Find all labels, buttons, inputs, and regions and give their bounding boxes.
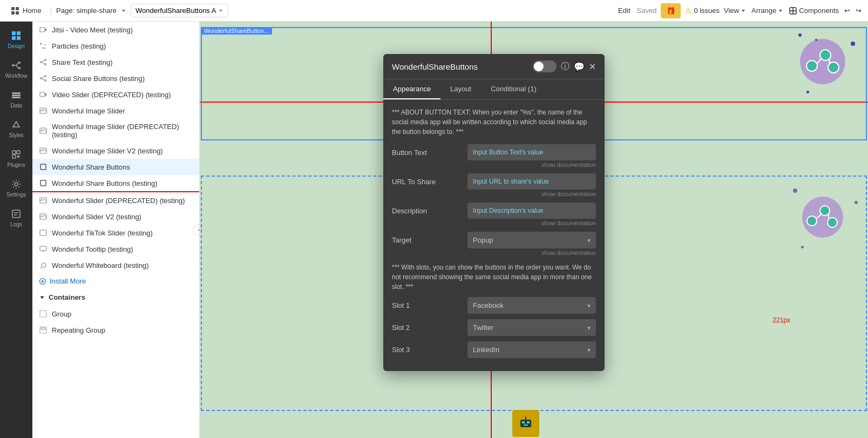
svg-point-58 [807,216,817,226]
svg-rect-39 [40,180,46,186]
canvas-area[interactable]: WonderfulShareButton... [200,22,868,438]
design-icon [11,30,22,41]
target-field: Target Popup Blank Self ▼ show document [392,232,596,256]
plugin-item-label: Video Slider (DEPRECATED) (testing) [52,91,171,99]
undo-button[interactable]: ↩ [844,6,850,15]
plugin-item-label: Wonderful Whiteboard (testing) [52,261,149,269]
image3-icon [39,146,48,155]
view-label: View [724,6,739,15]
chevron-down-icon3 [741,8,746,14]
whiteboard-icon [39,261,48,269]
list-item[interactable]: Wonderful Slider V2 (testing) [32,208,199,225]
url-to-share-label: URL To Share [392,173,462,186]
tab-layout[interactable]: Layout [440,79,481,99]
target-show-doc[interactable]: show documentation [467,250,596,256]
share-icon-group-1 [796,36,850,89]
list-item[interactable]: Wonderful Image Slider V2 (testing) [32,143,199,159]
tab-appearance[interactable]: Appearance [383,79,440,99]
info-icon-button[interactable]: ⓘ [561,61,569,72]
home-button[interactable]: Home [6,4,46,17]
redo-button[interactable]: ↪ [856,6,862,15]
svg-rect-2 [11,11,15,15]
containers-label: Containers [49,293,85,301]
list-item[interactable]: Jitsi - Video Meet (testing) [32,22,199,38]
slot3-select[interactable]: Facebook Twitter LinkedIn WhatsApp [467,341,596,358]
sidebar-item-data[interactable]: Data [0,85,32,113]
group-item[interactable]: Group [32,306,199,322]
close-icon-button[interactable]: ✕ [589,62,596,72]
url-to-share-value[interactable]: Input URL to share's value [467,173,596,190]
gift-button[interactable]: 🎁 [661,3,681,18]
description-show-doc[interactable]: show documentation [467,220,596,226]
svg-rect-6 [17,31,21,35]
button-text-value[interactable]: Input Button Text's value [467,144,596,160]
sidebar-item-logs[interactable]: Logs [0,204,32,232]
modal-title: WonderfulShareButtons [392,62,528,71]
sidebar-item-workflow[interactable]: Workflow [0,56,32,83]
plugin-item-label: Wonderful TikTok Slider (testing) [52,229,153,237]
workflow-label: Workflow [5,73,28,79]
page-select[interactable]: WonderfulShareButtons A [131,4,228,17]
list-item[interactable]: Share Text (testing) [32,54,199,70]
svg-point-9 [12,64,14,66]
share-icon-graphic2 [796,193,850,241]
list-item[interactable]: Wonderful Image Slider [32,103,199,119]
slot3-input: Facebook Twitter LinkedIn WhatsApp ▼ [467,341,596,358]
sidebar-item-settings[interactable]: Settings [0,174,32,202]
cube-icon [789,6,797,15]
issues-button[interactable]: ⚠ 0 issues [685,6,720,15]
slot1-field: Slot 1 Facebook Twitter LinkedIn WhatsAp… [392,297,596,314]
slot1-select[interactable]: Facebook Twitter LinkedIn WhatsApp [467,297,596,314]
image4-icon [39,196,48,205]
page-dropdown[interactable] [121,8,126,14]
tab-conditional[interactable]: Conditional (1) [481,79,546,99]
modal-icons: ⓘ 💬 ✕ [533,60,596,72]
logs-label: Logs [10,221,22,227]
install-more-button[interactable]: Install More [32,273,199,289]
containers-section[interactable]: Containers [32,289,199,306]
target-select[interactable]: Popup Blank Self [467,232,596,248]
wonderful-share-buttons-testing-item[interactable]: Wonderful Share Buttons (testing) [32,175,199,192]
list-item[interactable]: Video Slider (DEPRECATED) (testing) [32,86,199,103]
url-to-share-show-doc[interactable]: show documentation [467,191,596,197]
plugin-item-label: Wonderful Image Slider V2 (testing) [52,147,163,155]
list-item[interactable]: Particles (testing) [32,38,199,54]
sidebar-item-plugins[interactable]: Plugins [0,145,32,172]
plugin-item-label: Jitsi - Video Meet (testing) [52,26,133,34]
description-field: Description Input Description's value sh… [392,203,596,226]
edit-button[interactable]: Edit [618,6,630,15]
description-value[interactable]: Input Description's value [467,203,596,219]
page-label: Page: simple-share [56,6,117,15]
svg-point-25 [45,59,46,61]
slot3-field: Slot 3 Facebook Twitter LinkedIn WhatsAp… [392,341,596,358]
svg-rect-44 [40,230,46,235]
square-icon [39,163,48,171]
list-item[interactable]: Wonderful Image Slider (DEPRECATED) (tes… [32,119,199,143]
arrange-button[interactable]: Arrange [751,6,783,15]
image2-icon [39,126,48,135]
view-button[interactable]: View [724,6,746,15]
list-item[interactable]: Wonderful Whiteboard (testing) [32,257,199,273]
svg-rect-16 [17,151,20,154]
icon-sidebar: Design Workflow Data Styles [0,22,32,438]
list-item[interactable]: Wonderful Slider (DEPRECATED) (testing) [32,192,199,208]
repeating-group-item[interactable]: Repeating Group [32,322,199,338]
list-item[interactable]: Wonderful TikTok Slider (testing) [32,225,199,241]
wonderful-share-buttons-item[interactable]: Wonderful Share Buttons [32,159,199,175]
share-icon-graphic [796,36,850,87]
description-label: Description [392,203,462,215]
list-item[interactable]: Wonderful Tooltip (testing) [32,241,199,257]
chat-icon-button[interactable]: 💬 [574,62,585,72]
slot2-select[interactable]: Facebook Twitter LinkedIn WhatsApp [467,319,596,336]
modal-toggle[interactable] [533,60,557,72]
svg-point-21 [40,43,42,45]
list-item[interactable]: Social Share Buttons (testing) [32,70,199,86]
sidebar-item-styles[interactable]: Styles [0,115,32,143]
component-label: WonderfulShareButton... [201,27,272,35]
sidebar-item-design[interactable]: Design [0,26,32,53]
svg-point-18 [15,183,18,186]
components-button[interactable]: Components [789,6,839,15]
components-label: Components [799,6,839,15]
button-text-show-doc[interactable]: show documentation [467,161,596,168]
svg-rect-8 [17,36,21,40]
